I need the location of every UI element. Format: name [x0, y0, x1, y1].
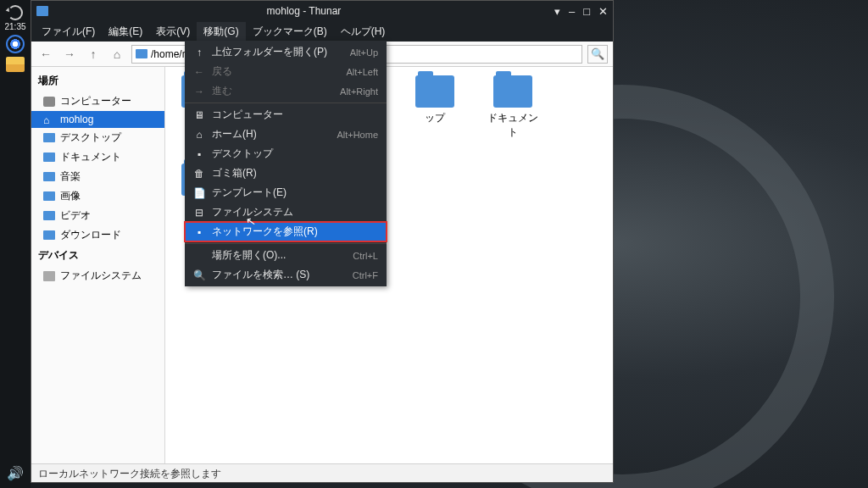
menu-browse-network[interactable]: ▪ネットワークを参照(R): [185, 222, 387, 241]
computer-icon: 🖥: [193, 109, 205, 121]
templates-icon: 📄: [193, 187, 205, 199]
folder-item[interactable]: ップ: [408, 75, 462, 140]
home-icon: ⌂: [193, 129, 205, 141]
menubar: ファイル(F) 編集(E) 表示(V) 移動(G) ブックマーク(B) ヘルプ(…: [31, 21, 613, 42]
network-icon: ▪: [193, 226, 205, 238]
menu-trash[interactable]: 🗑ゴミ箱(R): [185, 164, 387, 183]
home-button[interactable]: ⌂: [108, 45, 126, 64]
folder-icon: [43, 211, 55, 220]
menu-search-files[interactable]: 🔍ファイルを検索… (S)Ctrl+F: [185, 265, 387, 285]
folder-icon: [493, 75, 532, 108]
sidebar-item-computer[interactable]: コンピューター: [31, 92, 164, 111]
menu-edit[interactable]: 編集(E): [102, 22, 149, 42]
clock-time: 21:35: [4, 22, 25, 31]
menu-view[interactable]: 表示(V): [149, 22, 197, 42]
trash-icon: 🗑: [193, 168, 205, 180]
window-title: mohlog - Thunar: [53, 5, 554, 17]
window-max-button[interactable]: □: [583, 5, 590, 18]
left-dock: 21:35 🔊: [0, 0, 31, 488]
sidebar-item-pictures[interactable]: 画像: [31, 186, 164, 206]
menu-separator: [185, 243, 387, 244]
dock-sound-icon[interactable]: 🔊: [7, 465, 24, 481]
menu-open-location[interactable]: 場所を開く(O)...Ctrl+L: [185, 246, 387, 265]
dock-chrome-icon[interactable]: [6, 35, 25, 53]
up-arrow-icon: ↑: [193, 47, 205, 58]
dock-clock[interactable]: 21:35: [4, 5, 25, 31]
up-button[interactable]: ↑: [84, 45, 103, 64]
left-arrow-icon: ←: [193, 66, 205, 78]
reload-icon: [8, 5, 23, 20]
computer-icon: [43, 97, 55, 107]
menu-bookmarks[interactable]: ブックマーク(B): [246, 22, 334, 42]
folder-item[interactable]: ドキュメント: [486, 75, 540, 140]
menu-separator: [185, 103, 387, 103]
search-button[interactable]: 🔍: [587, 45, 608, 64]
home-icon: ⌂: [43, 115, 55, 125]
back-button[interactable]: ←: [36, 45, 55, 64]
sidebar-item-home[interactable]: ⌂mohlog: [31, 111, 164, 128]
dock-files-icon[interactable]: [6, 57, 25, 72]
window-min-button[interactable]: –: [569, 5, 575, 18]
desktop-icon: ▪: [193, 148, 205, 160]
sidebar-item-videos[interactable]: ビデオ: [31, 206, 164, 225]
sidebar-item-documents[interactable]: ドキュメント: [31, 147, 164, 167]
sidebar: 場所 コンピューター ⌂mohlog デスクトップ ドキュメント 音楽 画像 ビ…: [31, 67, 165, 463]
menu-forward: →進むAlt+Right: [185, 81, 387, 101]
folder-icon: [136, 49, 147, 58]
disk-icon: [43, 271, 55, 281]
search-icon: 🔍: [193, 269, 205, 281]
sidebar-item-filesystem[interactable]: ファイルシステム: [31, 266, 164, 286]
menu-home[interactable]: ⌂ホーム(H)Alt+Home: [185, 125, 387, 144]
menu-go[interactable]: 移動(G): [197, 22, 245, 42]
folder-icon: [415, 75, 454, 108]
titlebar[interactable]: mohlog - Thunar ▾ – □ ✕: [31, 1, 613, 21]
folder-icon: [43, 191, 55, 201]
sidebar-devices-header: デバイス: [31, 245, 164, 266]
menu-back: ←戻るAlt+Left: [185, 62, 387, 81]
menu-templates[interactable]: 📄テンプレート(E): [185, 183, 387, 202]
menu-help[interactable]: ヘルプ(H): [334, 22, 392, 42]
folder-icon: [43, 172, 55, 181]
statusbar: ローカルネットワーク接続を参照します: [31, 463, 613, 482]
sidebar-places-header: 場所: [31, 70, 164, 92]
folder-icon: [43, 230, 55, 240]
disk-icon: ⊟: [193, 207, 205, 219]
sidebar-item-desktop[interactable]: デスクトップ: [31, 128, 164, 147]
forward-button[interactable]: →: [60, 45, 79, 64]
app-icon: [36, 6, 48, 16]
menu-file[interactable]: ファイル(F): [35, 22, 102, 42]
window-pin-button[interactable]: ▾: [554, 5, 560, 18]
sidebar-item-downloads[interactable]: ダウンロード: [31, 225, 164, 245]
sidebar-item-music[interactable]: 音楽: [31, 167, 164, 186]
menu-desktop[interactable]: ▪デスクトップ: [185, 144, 387, 164]
right-arrow-icon: →: [193, 86, 205, 97]
go-menu-dropdown: ↑上位フォルダーを開く(P)Alt+Up ←戻るAlt+Left →進むAlt+…: [185, 41, 387, 286]
folder-icon: [43, 133, 55, 142]
window-close-button[interactable]: ✕: [598, 5, 608, 18]
folder-icon: [43, 152, 55, 162]
menu-open-parent[interactable]: ↑上位フォルダーを開く(P)Alt+Up: [185, 42, 387, 62]
menu-filesystem[interactable]: ⊟ファイルシステム: [185, 202, 387, 222]
menu-computer[interactable]: 🖥コンピューター: [185, 105, 387, 125]
